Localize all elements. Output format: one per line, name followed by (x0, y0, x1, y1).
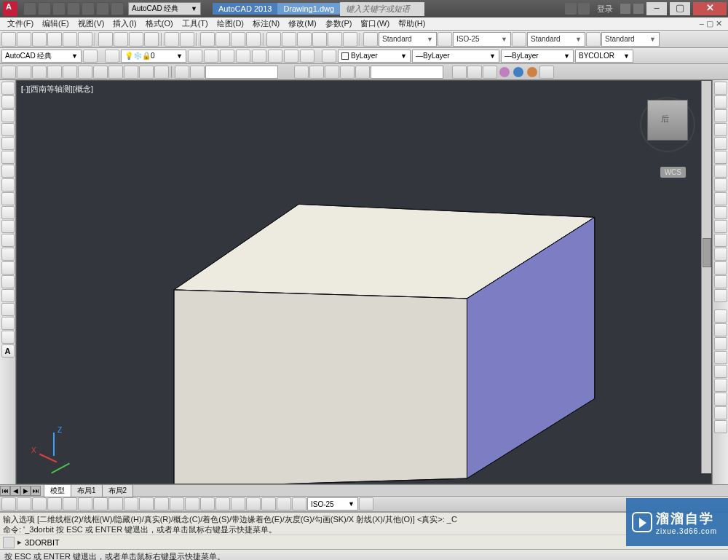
chamfer-icon[interactable] (714, 261, 727, 275)
dim-arc-icon[interactable] (714, 351, 727, 364)
qat-new-icon[interactable] (23, 2, 36, 15)
zoom-rt-icon[interactable] (309, 66, 324, 79)
tab-model[interactable]: 模型 (44, 484, 71, 497)
dim19-icon[interactable] (277, 497, 291, 510)
linetype-dropdown[interactable]: — ByLayer▼ (412, 50, 499, 63)
vstyle-2d-icon[interactable] (175, 66, 189, 79)
array-icon[interactable] (714, 137, 727, 150)
revcloud-icon[interactable] (1, 178, 15, 192)
menu-file[interactable]: 文件(F) (3, 18, 38, 29)
exchange-icon[interactable] (620, 4, 630, 14)
qat-save-icon[interactable] (52, 2, 66, 15)
3d-revolve-icon[interactable] (32, 66, 47, 79)
command-prompt-icon[interactable] (3, 537, 15, 548)
dim-angular-icon[interactable] (714, 337, 727, 350)
dim13-icon[interactable] (185, 497, 199, 510)
insert-icon[interactable] (1, 234, 15, 247)
dim-radius-icon[interactable] (714, 365, 727, 378)
text-style-dropdown[interactable]: Standard▼ (379, 32, 437, 47)
window-close-button[interactable]: ✕ (693, 2, 727, 15)
trim-icon[interactable] (714, 206, 727, 219)
mtext-icon[interactable] (1, 331, 15, 344)
markup-icon[interactable] (328, 32, 342, 47)
scrollbar-thumb[interactable] (703, 238, 711, 267)
block-icon[interactable] (1, 248, 15, 261)
region-icon[interactable] (1, 303, 15, 316)
search-box[interactable]: 键入关键字或短语 (340, 2, 424, 16)
tablestyle-icon[interactable] (512, 32, 526, 47)
qat-undo-icon[interactable] (96, 2, 109, 15)
orbit-icon[interactable] (325, 66, 339, 79)
workspace-settings-icon[interactable] (83, 50, 98, 63)
layer-dropdown[interactable]: 💡❄️🔒 0▼ (121, 50, 186, 63)
publish-icon[interactable] (78, 32, 92, 47)
dim16-icon[interactable] (231, 497, 245, 510)
dim3-icon[interactable] (32, 497, 47, 510)
zoomwin-icon[interactable] (231, 32, 245, 47)
visual-style-dropdown[interactable] (205, 66, 278, 79)
window-maximize-button[interactable]: ▢ (670, 2, 690, 15)
dim2-icon[interactable] (17, 497, 31, 510)
color-dropdown[interactable]: ByLayer▼ (338, 50, 411, 63)
3d-subtract-icon[interactable] (108, 66, 123, 79)
line-icon[interactable] (1, 82, 15, 95)
3d-press-icon[interactable] (78, 66, 92, 79)
layer-match-icon[interactable] (300, 50, 314, 63)
point-icon[interactable] (1, 261, 15, 275)
toolpalette-icon[interactable] (297, 32, 312, 47)
dim-aligned-icon[interactable] (714, 323, 727, 336)
menu-dimension[interactable]: 标注(N) (248, 18, 284, 29)
paste-icon[interactable] (129, 32, 143, 47)
explode-icon[interactable] (714, 289, 727, 302)
spline-icon[interactable] (1, 192, 15, 205)
dim9-icon[interactable] (124, 497, 138, 510)
app-menu-icon[interactable] (3, 1, 17, 16)
layer-iso-icon[interactable] (204, 50, 218, 63)
render-icon[interactable] (539, 66, 554, 79)
steering-icon[interactable] (340, 66, 355, 79)
extend-icon[interactable] (714, 220, 727, 233)
table-icon[interactable] (1, 317, 15, 330)
login-label[interactable]: 登录 (597, 4, 613, 15)
layer-state-icon[interactable] (188, 50, 202, 63)
vstyle-wire-icon[interactable] (190, 66, 205, 79)
tab-layout1[interactable]: 布局1 (71, 484, 103, 497)
plotstyle-dropdown[interactable]: BYCOLOR▼ (575, 50, 633, 63)
qat-plot-icon[interactable] (82, 2, 95, 15)
layer-lock-icon[interactable] (268, 50, 282, 63)
3d-box-icon[interactable] (1, 66, 16, 79)
window-minimize-button[interactable]: – (646, 2, 667, 15)
view-cube[interactable]: 后 (638, 95, 697, 154)
vertical-scrollbar[interactable] (701, 81, 711, 473)
viewcube-cube[interactable]: 后 (647, 100, 688, 141)
offset-icon[interactable] (714, 123, 727, 136)
layer-unlock-icon[interactable] (284, 50, 298, 63)
menu-edit[interactable]: 编辑(E) (38, 18, 74, 29)
layer-prev-icon[interactable] (220, 50, 234, 63)
dim7-icon[interactable] (93, 497, 108, 510)
menu-insert[interactable]: 插入(I) (108, 18, 141, 29)
render-mat1-icon[interactable] (499, 67, 510, 77)
dim14-icon[interactable] (200, 497, 215, 510)
color-icon[interactable] (322, 50, 336, 63)
menu-help[interactable]: 帮助(H) (394, 18, 430, 29)
polygon-icon[interactable] (1, 123, 15, 136)
polyline-icon[interactable] (1, 109, 15, 122)
ucs-icon[interactable] (452, 66, 467, 79)
dim6-icon[interactable] (78, 497, 92, 510)
ellipse-icon[interactable] (1, 206, 15, 219)
preview-icon[interactable] (63, 32, 77, 47)
drawing-canvas[interactable]: [-][西南等轴测][概念] (16, 80, 712, 484)
fillet-icon[interactable] (714, 275, 727, 288)
qat-open-icon[interactable] (38, 2, 51, 15)
dim10-icon[interactable] (139, 497, 154, 510)
menu-draw[interactable]: 绘图(D) (213, 18, 248, 29)
dim-baseline-icon[interactable] (714, 406, 727, 419)
workspace-dropdown[interactable]: AutoCAD 经典 ▼ (128, 2, 201, 15)
tab-first-icon[interactable]: ⏮ (0, 486, 10, 496)
tab-last-icon[interactable]: ⏭ (31, 486, 41, 496)
tab-prev-icon[interactable]: ◀ (10, 486, 20, 496)
open-icon[interactable] (17, 32, 31, 47)
rectangle-icon[interactable] (1, 137, 15, 150)
dimstyle-icon[interactable] (438, 32, 452, 47)
